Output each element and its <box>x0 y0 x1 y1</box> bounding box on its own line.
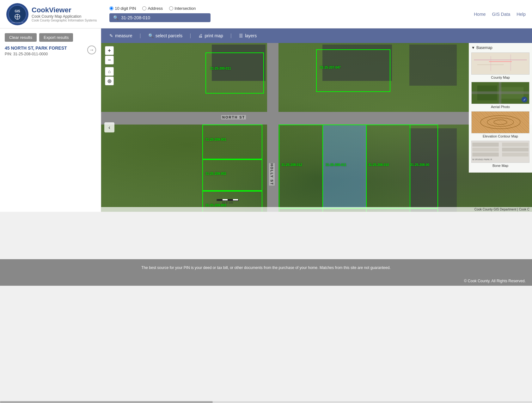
radio-address-label[interactable]: Address <box>142 6 163 11</box>
layers-icon: ☰ <box>239 33 243 38</box>
home-button[interactable]: ⌂ <box>105 67 114 76</box>
result-navigate-button[interactable]: → <box>87 46 96 54</box>
measure-icon: ✎ <box>109 33 113 38</box>
map-canvas: NORTH ST HOLLY ST 31-25-200-011 31-25-20… <box>101 43 532 212</box>
nav-help[interactable]: Help <box>517 12 526 17</box>
svg-rect-9 <box>491 56 491 71</box>
locate-button[interactable]: ◎ <box>105 76 114 85</box>
separator-3: | <box>230 33 232 39</box>
parcel-31-25-208-011-selected[interactable] <box>322 125 367 208</box>
basemap-aerial-thumb: ✓ <box>471 82 529 104</box>
disclaimer-text: The best source for your PIN is your dee… <box>141 266 390 270</box>
prev-button[interactable]: ‹ <box>104 122 114 132</box>
basemap-county-map[interactable]: County Map <box>471 52 529 79</box>
basemap-panel: ▼ Basemap County Map <box>469 43 532 173</box>
svg-rect-21 <box>472 143 499 147</box>
print-icon: 🖨 <box>198 33 203 38</box>
basemap-aerial-photo[interactable]: ✓ Aerial Photo <box>471 82 529 109</box>
radio-address[interactable] <box>142 6 146 10</box>
radio-intersection[interactable] <box>169 6 173 10</box>
radio-pin-label[interactable]: 10 digit PIN <box>109 6 136 11</box>
north-st-road <box>101 112 532 125</box>
basemap-elevation-name: Elevation Contour Map <box>471 134 529 138</box>
basemap-elevation-thumb <box>471 111 529 133</box>
basemap-county-thumb <box>471 52 529 75</box>
copyright-text: © Cook County. All Rights Reserved. <box>464 279 526 283</box>
logo-area: GIS Cook County GIS CookViewer Cook Coun… <box>6 3 97 25</box>
holly-st-label: HOLLY ST <box>269 163 275 186</box>
holly-st-road <box>267 43 278 212</box>
svg-rect-16 <box>472 112 529 133</box>
building-top-right <box>409 45 457 86</box>
svg-rect-15 <box>499 82 501 104</box>
map-controls: + − ⌂ ◎ <box>105 46 114 85</box>
search-input[interactable] <box>121 15 207 20</box>
scroll-thumb <box>0 401 213 403</box>
svg-point-17 <box>480 116 520 129</box>
header: GIS Cook County GIS CookViewer Cook Coun… <box>0 0 532 28</box>
parcel-31-25-207-047[interactable] <box>316 49 390 92</box>
svg-rect-24 <box>502 143 529 147</box>
zoom-in-button[interactable]: + <box>105 46 114 55</box>
action-buttons: Clear results Export results <box>5 33 96 42</box>
svg-rect-25 <box>502 148 529 152</box>
footer-disclaimer: The best source for your PIN is your dee… <box>0 259 532 276</box>
measure-button[interactable]: ✎ measure <box>104 31 137 41</box>
svg-rect-7 <box>474 59 527 60</box>
attribution-text: Cook County GIS Department | Cook C <box>474 208 529 211</box>
logo-text: CookViewer Cook County Map Application C… <box>32 6 97 22</box>
parcel-31-25-200-011[interactable] <box>205 52 264 94</box>
select-parcels-button[interactable]: 🔍 select parcels <box>143 31 188 41</box>
nav-links: Home GIS Data Help <box>474 12 526 17</box>
main-content: Clear results Export results 45 NORTH ST… <box>0 28 532 212</box>
scroll-indicator <box>0 401 532 403</box>
search-icon: 🔍 <box>113 15 119 20</box>
nav-home[interactable]: Home <box>474 12 486 17</box>
radio-group: 10 digit PIN Address Intersection <box>109 6 292 11</box>
app-tagline: Cook County Geographic Information Syste… <box>32 19 97 22</box>
basemap-bone-map[interactable]: W IRVING PARK R Bone Map <box>471 141 529 168</box>
radio-intersection-label[interactable]: Intersection <box>169 6 196 11</box>
svg-rect-22 <box>472 148 499 152</box>
chevron-down-icon: ▼ <box>471 46 475 50</box>
north-st-label: NORTH ST <box>221 115 246 119</box>
app-logo: GIS Cook County GIS <box>6 3 28 25</box>
scale-label: 50 ft 100 <box>222 201 233 204</box>
basemap-bone-thumb: W IRVING PARK R <box>471 141 529 163</box>
radio-intersection-text: Intersection <box>174 6 196 11</box>
svg-text:GIS: GIS <box>15 9 20 13</box>
select-icon: 🔍 <box>148 33 154 38</box>
layers-button[interactable]: ☰ layers <box>234 31 262 41</box>
basemap-title: Basemap <box>476 46 492 50</box>
print-map-button[interactable]: 🖨 print map <box>193 31 228 41</box>
radio-pin-text: 10 digit PIN <box>115 6 136 11</box>
parcel-31-25-208-00x[interactable] <box>410 125 438 208</box>
app-subtitle: Cook County Map Application <box>32 14 97 19</box>
app-title: CookViewer <box>32 6 97 14</box>
radio-address-text: Address <box>148 6 163 11</box>
svg-rect-6 <box>472 53 529 74</box>
left-panel: Clear results Export results 45 NORTH ST… <box>0 28 101 212</box>
parcel-31-25-209-001[interactable] <box>202 125 262 159</box>
zoom-out-button[interactable]: − <box>105 56 114 64</box>
parcel-31-25-208-012[interactable] <box>279 125 323 208</box>
svg-point-18 <box>487 118 514 126</box>
svg-text:W IRVING PARK R: W IRVING PARK R <box>472 158 492 161</box>
basemap-elevation-contour[interactable]: Elevation Contour Map <box>471 111 529 138</box>
attribution-bar: Cook County GIS Department | Cook C <box>101 207 532 212</box>
basemap-bone-name: Bone Map <box>471 164 529 168</box>
svg-text:Cook County GIS: Cook County GIS <box>11 21 24 23</box>
radio-pin[interactable] <box>109 6 113 10</box>
export-results-button[interactable]: Export results <box>39 33 73 42</box>
search-input-wrap: 🔍 <box>109 13 211 22</box>
clear-results-button[interactable]: Clear results <box>5 33 37 42</box>
svg-rect-26 <box>502 153 529 157</box>
parcel-31-25-208-010[interactable] <box>366 125 410 208</box>
separator-1: | <box>139 33 141 39</box>
basemap-header: ▼ Basemap <box>471 46 529 50</box>
nav-gis-data[interactable]: GIS Data <box>492 12 511 17</box>
footer-copyright: © Cook County. All Rights Reserved. <box>0 276 532 286</box>
parcel-31-25-209-002[interactable] <box>202 159 262 191</box>
basemap-aerial-name: Aerial Photo <box>471 105 529 109</box>
map-area[interactable]: ✎ measure | 🔍 select parcels | 🖨 print m… <box>101 28 532 212</box>
